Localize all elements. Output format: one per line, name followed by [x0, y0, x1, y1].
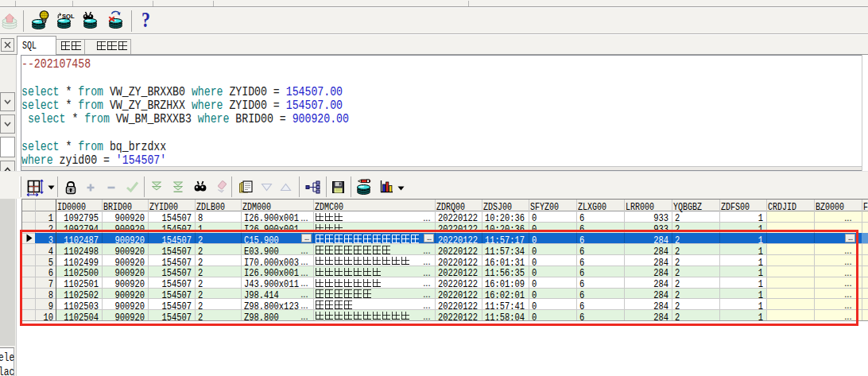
- svg-text:SQL: SQL: [62, 13, 75, 19]
